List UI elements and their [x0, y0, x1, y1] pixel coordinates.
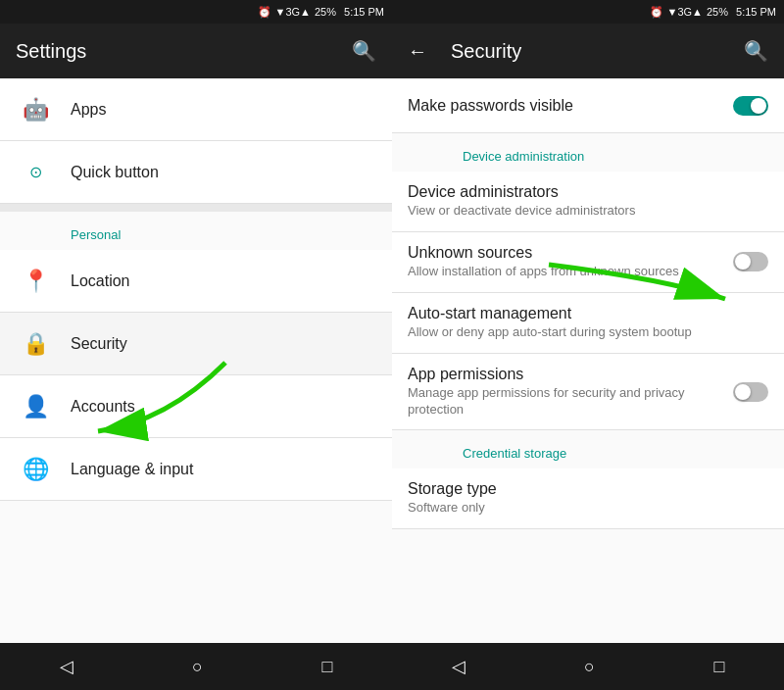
app-permissions-subtitle: Manage app permissions for security and … — [408, 385, 733, 419]
section-divider — [0, 204, 392, 212]
settings-list: 🤖 Apps ⊙ Quick button Personal 📍 Locatio… — [0, 78, 392, 643]
signal-icons: ▼3G▲ — [275, 6, 311, 18]
apps-icon: 🤖 — [16, 90, 55, 129]
status-bar-left: ⏰ ▼3G▲ 25% 5:15 PM — [0, 0, 392, 24]
battery-left: 25% — [315, 6, 336, 18]
right-toolbar-title: Security — [451, 40, 728, 63]
left-toolbar-title: Settings — [16, 40, 336, 63]
app-permissions-toggle[interactable] — [733, 382, 768, 402]
app-permissions-toggle-knob — [735, 384, 751, 400]
apps-label: Apps — [71, 101, 376, 119]
search-icon-left[interactable]: 🔍 — [352, 39, 376, 63]
location-icon: 📍 — [16, 262, 55, 301]
storage-type-item[interactable]: Storage type Software only — [392, 468, 784, 529]
unknown-sources-label: Unknown sources — [408, 244, 733, 262]
time-left: 5:15 PM — [344, 6, 384, 18]
language-icon: 🌐 — [16, 450, 55, 489]
time-right: 5:15 PM — [736, 6, 776, 18]
toggle-knob — [751, 98, 766, 114]
left-toolbar: Settings 🔍 — [0, 24, 392, 78]
security-settings-list: Make passwords visible Device administra… — [392, 78, 784, 643]
device-administrators-label: Device administrators — [408, 183, 768, 201]
right-toolbar: ← Security 🔍 — [392, 24, 784, 78]
auto-start-label: Auto-start management — [408, 305, 768, 322]
home-button-right[interactable]: ○ — [561, 649, 618, 685]
device-admin-section-header: Device administration — [392, 133, 784, 172]
settings-item-security[interactable]: 🔒 Security — [0, 313, 392, 375]
settings-item-quick-button[interactable]: ⊙ Quick button — [0, 141, 392, 204]
settings-item-language[interactable]: 🌐 Language & input — [0, 438, 392, 501]
settings-item-accounts[interactable]: 👤 Accounts — [0, 375, 392, 438]
signal-icons-right: ▼3G▲ — [667, 6, 703, 18]
recents-button-left[interactable]: □ — [298, 649, 356, 685]
passwords-visible-item[interactable]: Make passwords visible — [392, 78, 784, 133]
accounts-icon: 👤 — [16, 387, 55, 426]
location-label: Location — [71, 272, 376, 290]
alarm-icon-right: ⏰ — [650, 6, 663, 19]
auto-start-subtitle: Allow or deny app auto-start during syst… — [408, 324, 768, 341]
accounts-label: Accounts — [71, 398, 376, 416]
app-permissions-item[interactable]: App permissions Manage app permissions f… — [392, 354, 784, 431]
quick-button-icon: ⊙ — [16, 153, 55, 192]
battery-right: 25% — [707, 6, 728, 18]
home-button-left[interactable]: ○ — [169, 649, 226, 685]
credential-storage-section-header: Credential storage — [392, 430, 784, 468]
storage-type-label: Storage type — [408, 480, 768, 498]
unknown-sources-subtitle: Allow installation of apps from unknown … — [408, 264, 733, 280]
nav-bar-right: ◁ ○ □ — [392, 643, 784, 690]
security-label: Security — [71, 335, 376, 353]
device-administrators-subtitle: View or deactivate device administrators — [408, 203, 768, 220]
auto-start-item[interactable]: Auto-start management Allow or deny app … — [392, 293, 784, 354]
device-administrators-item[interactable]: Device administrators View or deactivate… — [392, 172, 784, 232]
unknown-sources-item[interactable]: Unknown sources Allow installation of ap… — [392, 232, 784, 293]
nav-bar-left: ◁ ○ □ — [0, 643, 392, 690]
search-icon-right[interactable]: 🔍 — [744, 39, 768, 63]
recents-button-right[interactable]: □ — [690, 649, 748, 685]
back-button-toolbar[interactable]: ← — [408, 40, 427, 63]
status-bar-right: ⏰ ▼3G▲ 25% 5:15 PM — [392, 0, 784, 24]
passwords-visible-label: Make passwords visible — [408, 97, 733, 115]
unknown-sources-toggle[interactable] — [733, 252, 768, 271]
settings-item-location[interactable]: 📍 Location — [0, 250, 392, 313]
app-permissions-label: App permissions — [408, 366, 733, 383]
personal-section-header: Personal — [0, 212, 392, 250]
settings-item-apps[interactable]: 🤖 Apps — [0, 78, 392, 141]
unknown-sources-toggle-knob — [735, 254, 751, 270]
alarm-icon: ⏰ — [258, 6, 271, 19]
language-label: Language & input — [71, 461, 376, 478]
security-icon: 🔒 — [16, 324, 55, 364]
back-button-left[interactable]: ◁ — [36, 648, 97, 685]
storage-type-subtitle: Software only — [408, 500, 768, 517]
back-button-right[interactable]: ◁ — [428, 648, 489, 685]
quick-button-label: Quick button — [71, 164, 376, 181]
passwords-visible-toggle[interactable] — [733, 96, 768, 116]
